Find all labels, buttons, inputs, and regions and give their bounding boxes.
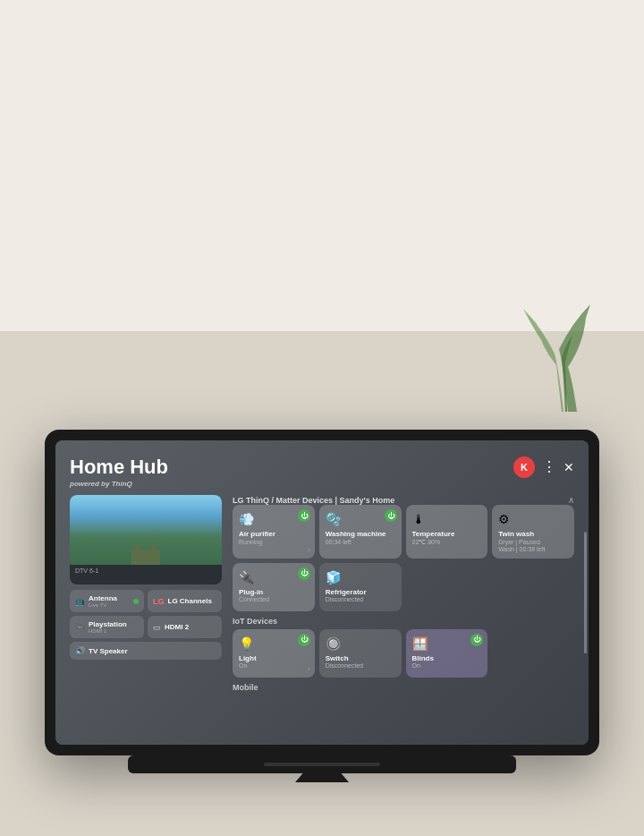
- air-purifier-icon: 💨: [239, 512, 254, 526]
- light-name: Light: [239, 654, 309, 663]
- lg-channels-name: LG Channels: [168, 597, 212, 605]
- source-lg-channels[interactable]: LG LG Channels: [148, 590, 222, 612]
- switch-status: Disconnected: [326, 662, 395, 670]
- playstation-sub: HDMI 1: [89, 628, 127, 634]
- app-subtitle: powered by ThinQ: [70, 480, 168, 488]
- hdmi2-text: HDMI 2: [165, 623, 189, 631]
- speaker-icon: 🔊: [75, 646, 85, 655]
- playstation-text: Playstation HDMI 1: [89, 620, 127, 634]
- tv-preview[interactable]: DTV 6-1: [70, 495, 222, 584]
- temperature-icon-area: 🌡: [412, 511, 482, 527]
- iot-section: IoT Devices ⏻ 💡 Light On: [233, 617, 574, 678]
- device-card-light[interactable]: ⏻ 💡 Light On ›: [233, 629, 315, 678]
- thinq-section: LG ThinQ / Matter Devices | Sandy's Home…: [233, 495, 574, 610]
- blinds-icon: 🪟: [412, 636, 428, 651]
- device-card-refrigerator[interactable]: 🧊 Refrigerator Disconnected: [319, 563, 402, 611]
- plug-in-name: Plug-in: [239, 588, 309, 597]
- antenna-sub: Live TV: [89, 602, 117, 608]
- temperature-status: 22℃ 80%: [412, 539, 482, 546]
- hdmi2-icon: ▭: [153, 623, 161, 632]
- air-purifier-status: Running: [239, 539, 309, 546]
- source-hdmi2[interactable]: ▭ HDMI 2: [148, 616, 222, 638]
- mobile-section: Mobile: [233, 683, 574, 695]
- app-header: Home Hub powered by ThinQ K ⋮ ✕: [70, 456, 574, 488]
- source-row-2: 🎮 Playstation HDMI 1 ▭ HDMI 2: [70, 616, 222, 638]
- antenna-name: Antenna: [89, 594, 117, 602]
- antenna-text: Antenna Live TV: [89, 594, 117, 608]
- device-card-air-purifier[interactable]: ⏻ 💨 Air purifier Running ›: [233, 505, 315, 558]
- refrigerator-icon-area: 🧊: [326, 569, 395, 585]
- air-purifier-arrow: ›: [308, 546, 310, 554]
- washing-machine-icon: 🫧: [326, 512, 341, 526]
- thinq-devices-grid: ⏻ 💨 Air purifier Running ›: [233, 505, 574, 610]
- temperature-name: Temperature: [412, 530, 482, 539]
- blinds-power-btn[interactable]: ⏻: [470, 634, 483, 646]
- hdmi2-name: HDMI 2: [165, 623, 189, 631]
- close-button[interactable]: ✕: [564, 461, 574, 473]
- thinq-section-header: LG ThinQ / Matter Devices | Sandy's Home…: [233, 495, 574, 505]
- device-card-washing-machine[interactable]: ⏻ 🫧 Washing machine 00:34 left: [319, 505, 402, 558]
- device-card-temperature[interactable]: 🌡 Temperature 22℃ 80%: [406, 505, 488, 558]
- light-icon: 💡: [239, 636, 254, 651]
- light-arrow: ›: [308, 665, 310, 673]
- air-purifier-power-btn[interactable]: ⏻: [298, 509, 310, 522]
- app-title: Home Hub: [70, 456, 168, 478]
- twin-wash-icon: ⚙: [498, 512, 510, 526]
- twin-wash-name: Twin wash: [498, 530, 568, 539]
- light-power-btn[interactable]: ⏻: [298, 634, 310, 646]
- blinds-name: Blinds: [412, 654, 482, 663]
- playstation-name: Playstation: [89, 620, 127, 628]
- lg-channels-text: LG Channels: [168, 597, 212, 605]
- tv-screen: Home Hub powered by ThinQ K ⋮ ✕: [55, 440, 589, 745]
- plug-in-status: Connected: [239, 596, 309, 603]
- refrigerator-status: Disconnected: [326, 596, 395, 603]
- refrigerator-name: Refrigerator: [326, 588, 395, 597]
- thinq-chevron-icon[interactable]: ∧: [568, 495, 574, 505]
- switch-name: Switch: [326, 654, 395, 663]
- twin-wash-icon-area: ⚙: [498, 511, 568, 527]
- mobile-section-title: Mobile: [233, 683, 574, 692]
- main-content: DTV 6-1 📺 Antenna Live TV: [70, 495, 574, 736]
- subtitle-brand: ThinQ: [112, 480, 132, 488]
- blinds-status: On: [412, 662, 482, 670]
- switch-icon: 🔘: [326, 636, 341, 651]
- device-card-plug-in[interactable]: ⏻ 🔌 Plug-in Connected: [233, 563, 315, 611]
- plug-in-icon: 🔌: [239, 570, 254, 584]
- washing-machine-power-btn[interactable]: ⏻: [385, 509, 397, 522]
- right-panel: LG ThinQ / Matter Devices | Sandy's Home…: [233, 495, 574, 736]
- air-purifier-name: Air purifier: [239, 530, 309, 539]
- thinq-section-title: LG ThinQ / Matter Devices | Sandy's Home: [233, 496, 394, 505]
- temperature-icon: 🌡: [412, 512, 425, 526]
- switch-icon-area: 🔘: [326, 636, 395, 652]
- plant-decoration: [519, 295, 599, 412]
- left-panel: DTV 6-1 📺 Antenna Live TV: [70, 495, 222, 736]
- speaker-text: TV Speaker: [89, 647, 128, 655]
- tv-container: Home Hub powered by ThinQ K ⋮ ✕: [45, 430, 599, 782]
- lg-channels-icon: LG: [153, 597, 165, 606]
- source-antenna[interactable]: 📺 Antenna Live TV: [70, 590, 144, 612]
- speaker-name: TV Speaker: [89, 647, 128, 655]
- source-playstation[interactable]: 🎮 Playstation HDMI 1: [70, 616, 144, 638]
- header-actions: K ⋮ ✕: [513, 456, 574, 478]
- antenna-icon: 📺: [75, 597, 85, 606]
- wall-top: [0, 0, 644, 331]
- washing-machine-name: Washing machine: [326, 530, 395, 539]
- twin-wash-status: Dryer | PausedWash | 00:38 left: [498, 539, 568, 554]
- washing-machine-status: 00:34 left: [326, 539, 395, 546]
- home-hub-panel: Home Hub powered by ThinQ K ⋮ ✕: [55, 440, 589, 745]
- playstation-icon: 🎮: [75, 623, 85, 632]
- source-row-1: 📺 Antenna Live TV LG: [70, 590, 222, 612]
- device-card-switch[interactable]: 🔘 Switch Disconnected: [319, 629, 402, 678]
- iot-devices-grid: ⏻ 💡 Light On ›: [233, 629, 574, 678]
- user-avatar[interactable]: K: [513, 456, 535, 478]
- source-tv-speaker[interactable]: 🔊 TV Speaker: [70, 642, 222, 660]
- more-options-button[interactable]: ⋮: [542, 460, 556, 474]
- light-status: On: [239, 662, 309, 670]
- tv-preview-image: [70, 495, 222, 565]
- tv-frame: Home Hub powered by ThinQ K ⋮ ✕: [45, 430, 599, 755]
- subtitle-powered: powered by: [70, 480, 109, 488]
- plug-in-power-btn[interactable]: ⏻: [298, 567, 310, 580]
- iot-section-title: IoT Devices: [233, 617, 574, 626]
- device-card-blinds[interactable]: ⏻ 🪟 Blinds On: [406, 629, 488, 678]
- device-card-twin-wash[interactable]: ⚙ Twin wash Dryer | PausedWash | 00:38 l…: [492, 505, 574, 558]
